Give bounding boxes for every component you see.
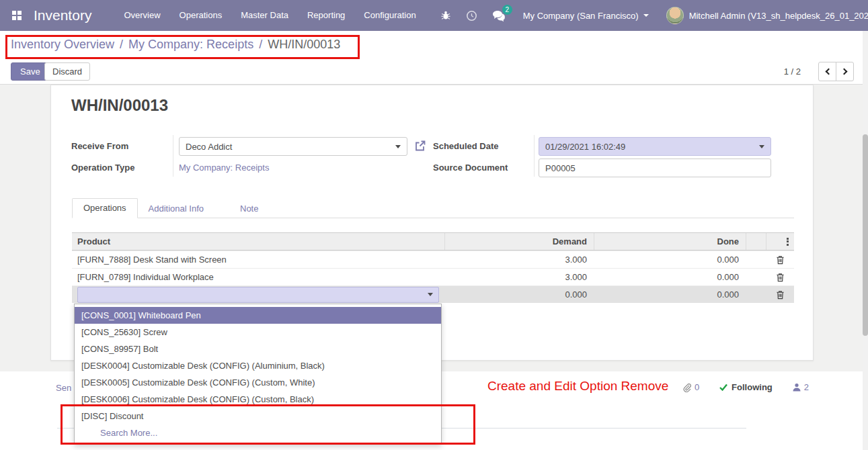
user-menu[interactable]: Mitchell Admin (V13_sh_helpdesk_26_01_20… (666, 7, 868, 24)
column-header-spacer (746, 233, 766, 250)
menu-reporting[interactable]: Reporting (298, 0, 354, 31)
menu-master-data[interactable]: Master Data (231, 0, 298, 31)
company-switcher[interactable]: My Company (San Francisco) (523, 11, 649, 21)
dropdown-caret-icon (428, 293, 433, 296)
dropdown-item[interactable]: [DESK0005] Customizable Desk (CONFIG) (C… (75, 374, 441, 391)
dropdown-item[interactable]: [CONS_89957] Bolt (75, 341, 441, 357)
delete-row-button[interactable] (776, 255, 785, 265)
delete-row-button[interactable] (776, 290, 785, 300)
breadcrumb-inventory-overview[interactable]: Inventory Overview (11, 38, 114, 51)
delete-row-button[interactable] (776, 273, 785, 282)
pager-value: 1 / 2 (784, 66, 801, 77)
source-document-value: P00005 (545, 163, 764, 173)
following-button[interactable]: Following (719, 382, 773, 392)
top-navbar: Inventory Overview Operations Master Dat… (0, 0, 868, 31)
annotation-text: Create and Edit Option Remove (487, 379, 668, 394)
operations-table: Product Demand Done [FURN_7888] Desk Sta… (72, 232, 794, 303)
attachment-count: 0 (695, 382, 699, 392)
table-row-editing: 0.000 0.000 (72, 285, 794, 303)
breadcrumb-receipts[interactable]: My Company: Receipts (128, 38, 253, 51)
source-document-input[interactable]: P00005 (539, 159, 771, 177)
notebook-tabs: Operations Additional Info Note (72, 199, 794, 218)
scrollbar-thumb[interactable] (863, 134, 868, 336)
app-name: Inventory (34, 7, 91, 24)
user-name: Mitchell Admin (V13_sh_helpdesk_26_01_20… (689, 11, 868, 21)
dropdown-item[interactable]: [CONS_25630] Screw (75, 324, 441, 341)
pager-next-button[interactable] (836, 62, 854, 81)
dropdown-item[interactable]: [DISC] Discount (75, 408, 441, 424)
scheduled-date-input[interactable]: 01/29/2021 16:02:49 (539, 137, 771, 156)
chevron-right-icon (840, 69, 847, 75)
product-autocomplete-dropdown: [CONS_0001] Whiteboard Pen [CONS_25630] … (74, 304, 442, 445)
control-panel: Inventory Overview/My Company: Receipts/… (0, 31, 863, 85)
kebab-dots-icon (787, 236, 789, 246)
column-header-done: Done (594, 233, 746, 250)
done-cell[interactable]: 0.000 (594, 286, 746, 303)
tab-additional-info[interactable]: Additional Info (138, 199, 214, 218)
followers-count: 2 (804, 382, 809, 392)
chevron-down-icon (643, 14, 649, 17)
demand-cell[interactable]: 0.000 (444, 286, 594, 303)
product-cell[interactable]: [FURN_0789] Individual Workplace (72, 269, 444, 285)
tab-note[interactable]: Note (229, 199, 269, 218)
person-icon (793, 383, 801, 392)
row-spacer (746, 286, 766, 303)
column-header-demand: Demand (444, 233, 594, 250)
check-icon (719, 384, 727, 391)
menu-operations[interactable]: Operations (170, 0, 232, 31)
product-cell[interactable]: [FURN_7888] Desk Stand with Screen (72, 251, 444, 268)
scheduled-date-label: Scheduled Date (433, 137, 499, 156)
done-cell[interactable]: 0.000 (594, 269, 746, 285)
save-button[interactable]: Save (11, 62, 50, 81)
breadcrumb-current: WH/IN/00013 (268, 38, 340, 51)
dropdown-item[interactable]: [DESK0006] Customizable Desk (CONFIG) (C… (75, 391, 441, 408)
pager-previous-button[interactable] (818, 62, 836, 81)
record-title: WH/IN/00013 (71, 96, 168, 115)
apps-menu-icon[interactable] (12, 11, 22, 20)
attachments-button[interactable]: 0 (682, 382, 699, 392)
demand-cell[interactable]: 3.000 (444, 269, 594, 285)
activities-clock-icon[interactable] (466, 10, 477, 21)
discard-button[interactable]: Discard (44, 62, 90, 81)
dropdown-caret-icon (759, 145, 764, 148)
followers-button[interactable]: 2 (793, 382, 809, 392)
optional-columns-toggle[interactable] (766, 233, 794, 250)
messages-chat-icon[interactable]: 2 (492, 10, 506, 21)
group-separator (534, 135, 535, 177)
operation-type-link[interactable]: My Company: Receipts (179, 159, 269, 177)
vertical-scrollbar[interactable] (863, 31, 868, 450)
main-menu: Overview Operations Master Data Reportin… (114, 0, 425, 31)
receive-from-value: Deco Addict (186, 142, 395, 152)
operation-type-label: Operation Type (71, 159, 134, 177)
demand-cell[interactable]: 3.000 (444, 251, 594, 268)
row-spacer (746, 269, 766, 285)
breadcrumb: Inventory Overview/My Company: Receipts/… (11, 38, 340, 52)
message-count-badge: 2 (502, 5, 512, 15)
search-more-option[interactable]: Search More... (75, 424, 441, 441)
following-label: Following (732, 382, 773, 392)
done-cell[interactable]: 0.000 (594, 251, 746, 268)
external-link-icon[interactable] (415, 140, 426, 153)
menu-configuration[interactable]: Configuration (354, 0, 425, 31)
dropdown-caret-icon (395, 145, 401, 148)
table-header-row: Product Demand Done (72, 233, 794, 251)
paperclip-icon (682, 383, 692, 392)
group-separator (173, 135, 173, 177)
dropdown-item[interactable]: [DESK0004] Customizable Desk (CONFIG) (A… (75, 357, 441, 374)
pager (818, 62, 854, 81)
table-row: [FURN_7888] Desk Stand with Screen 3.000… (72, 251, 794, 268)
source-document-label: Source Document (433, 159, 508, 177)
user-avatar (666, 7, 684, 24)
debug-bug-icon[interactable] (440, 10, 451, 21)
table-row: [FURN_0789] Individual Workplace 3.000 0… (72, 268, 794, 285)
chatter-toolbar: 0 Following 2 (682, 382, 809, 392)
menu-overview[interactable]: Overview (114, 0, 169, 31)
breadcrumb-separator: / (120, 38, 123, 51)
navbar-right: 2 My Company (San Francisco) Mitchell Ad… (426, 7, 868, 24)
new-product-input[interactable] (77, 287, 439, 303)
tab-operations[interactable]: Operations (72, 198, 138, 218)
receive-from-input[interactable]: Deco Addict (179, 137, 407, 156)
dropdown-item[interactable]: [CONS_0001] Whiteboard Pen (75, 307, 441, 324)
company-name: My Company (San Francisco) (523, 11, 639, 21)
send-message-button-partial[interactable]: Sen (56, 383, 71, 393)
